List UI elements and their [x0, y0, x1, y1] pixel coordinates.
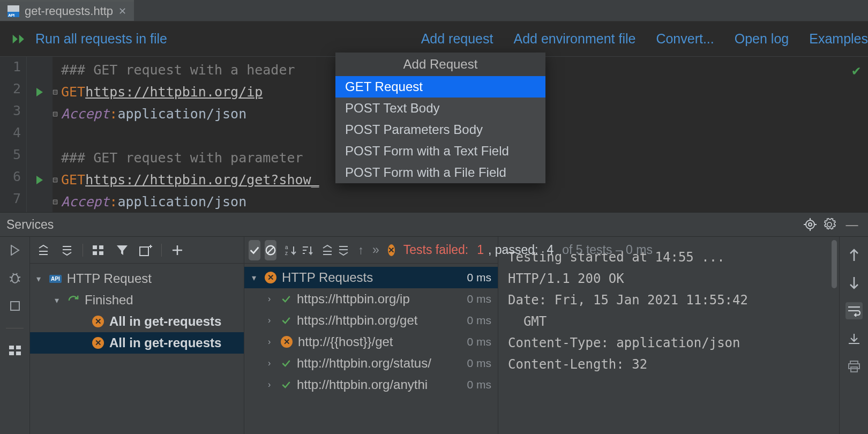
svg-rect-16 [9, 351, 14, 355]
request-row[interactable]: ›https://httpbin.org/ip0 ms [244, 288, 498, 310]
inspection-ok-icon[interactable]: ✔ [852, 62, 860, 78]
expand-icon[interactable] [321, 240, 333, 260]
request-row[interactable]: ›http://httpbin.org/status/0 ms [244, 353, 498, 374]
arrow-up-icon[interactable] [845, 246, 863, 264]
services-body: ▾ API HTTP Request ▾ Finished ✕All in ge… [0, 237, 868, 434]
chevron-right-icon: › [268, 358, 275, 368]
run-all-link[interactable]: Run all requests in file [35, 31, 167, 47]
chevron-down-icon: ▾ [252, 273, 259, 283]
line-number-gutter: 1234567 [0, 57, 27, 212]
soft-wrap-icon[interactable] [845, 302, 863, 319]
add-request-popup: Add Request GET RequestPOST Text BodyPOS… [335, 53, 545, 183]
output-panel: Testing started at 14:55 ... HTTP/1.1 20… [498, 237, 868, 434]
popup-item[interactable]: POST Parameters Body [335, 119, 545, 140]
summary-prefix: » [372, 243, 379, 257]
request-row[interactable]: ›✕http://{{host}}/get0 ms [244, 331, 498, 353]
services-tree[interactable]: ▾ API HTTP Request ▾ Finished ✕All in ge… [30, 264, 244, 434]
requests-tree[interactable]: ▾ ✕ HTTP Requests 0 ms ›https://httpbin.… [244, 264, 498, 434]
run-gutter [27, 57, 53, 212]
scrollbar[interactable] [829, 237, 839, 434]
stop-icon[interactable] [7, 298, 23, 314]
run-line-icon[interactable] [35, 87, 44, 97]
layout-icon[interactable] [7, 342, 23, 358]
popup-item[interactable]: POST Form with a Text Field [335, 140, 545, 162]
add-request-link[interactable]: Add request [421, 31, 493, 47]
svg-rect-22 [93, 245, 97, 249]
tests-total-label: of 5 tests – 0 ms [562, 243, 653, 257]
debug-icon[interactable] [7, 270, 23, 286]
popup-item[interactable]: POST Form with a File Field [335, 162, 545, 183]
chevron-down-icon: ▾ [55, 295, 62, 305]
svg-line-7 [10, 277, 12, 278]
collapse-icon[interactable] [338, 240, 349, 260]
gear-icon[interactable] [823, 218, 842, 231]
group-icon[interactable] [91, 242, 107, 258]
tree-label: HTTP Request [67, 271, 152, 286]
expand-all-icon[interactable] [35, 242, 51, 258]
editor-tabbar: get-requests.http ✕ [0, 0, 868, 21]
request-row[interactable]: ›http://httpbin.org/anythi0 ms [244, 374, 498, 395]
sort-alpha-icon[interactable]: az [285, 240, 297, 260]
popup-item[interactable]: GET Request [335, 76, 545, 98]
tree-leaf[interactable]: ✕All in get-requests [30, 332, 244, 354]
tree-leaf[interactable]: ✕All in get-requests [30, 311, 244, 332]
tree-node-finished[interactable]: ▾ Finished [30, 289, 244, 311]
tests-passed-count: 4 [547, 243, 553, 257]
console-output[interactable]: Testing started at 14:55 ... HTTP/1.1 20… [498, 237, 829, 434]
show-passed-icon[interactable] [249, 240, 260, 260]
examples-link[interactable]: Examples [809, 31, 868, 47]
warn-icon: ✕ [281, 336, 293, 348]
warn-icon: ✕ [92, 316, 104, 327]
popup-title: Add Request [335, 53, 545, 76]
http-file-icon [8, 5, 19, 17]
svg-point-1 [809, 223, 812, 226]
collapse-all-icon[interactable] [59, 242, 75, 258]
svg-text:z: z [285, 250, 288, 256]
services-left-rail [0, 237, 30, 434]
scroll-to-end-icon[interactable] [845, 330, 863, 347]
tree-root-http-request[interactable]: ▾ API HTTP Request [30, 268, 244, 289]
requests-root-label: HTTP Requests [282, 270, 373, 285]
new-session-icon[interactable] [138, 242, 154, 258]
arrow-down-icon[interactable] [845, 274, 863, 291]
output-right-rail [839, 237, 868, 434]
add-env-file-link[interactable]: Add environment file [513, 31, 635, 47]
open-log-link[interactable]: Open log [735, 31, 789, 47]
services-toolwindow-header: Services — [0, 212, 868, 237]
refresh-icon [68, 294, 79, 306]
target-icon[interactable] [804, 218, 823, 231]
run-line-icon[interactable] [35, 175, 44, 185]
chevron-right-icon: › [268, 316, 275, 325]
chevron-right-icon: › [268, 380, 275, 390]
prev-icon[interactable]: ↑ [358, 240, 364, 260]
tree-toolbar [30, 237, 244, 264]
add-icon[interactable] [169, 242, 185, 258]
run-all-icon[interactable] [11, 33, 29, 45]
scrollbar-thumb[interactable] [832, 240, 837, 288]
sort-duration-icon[interactable] [301, 240, 313, 260]
check-icon [281, 315, 291, 326]
tests-passed-label: , passed: [488, 243, 538, 257]
show-ignored-icon[interactable] [265, 240, 276, 260]
http-actions-bar: Run all requests in file Add request Add… [0, 21, 868, 57]
svg-rect-14 [9, 346, 14, 349]
file-tab-label: get-requests.http [25, 4, 113, 18]
api-icon: API [49, 275, 62, 283]
check-icon [281, 358, 291, 369]
test-toolbar: az ↑ » ✕ Tests failed: 1 , passed: [244, 237, 498, 264]
request-row[interactable]: ›https://httpbin.org/get0 ms [244, 310, 498, 331]
run-icon[interactable] [7, 242, 23, 258]
minimize-icon[interactable]: — [842, 218, 862, 232]
warn-icon: ✕ [265, 272, 276, 283]
svg-rect-17 [16, 351, 21, 355]
tests-failed-label: Tests failed: [403, 243, 468, 257]
popup-item[interactable]: POST Text Body [335, 98, 545, 119]
chevron-right-icon: › [268, 337, 275, 347]
requests-root[interactable]: ▾ ✕ HTTP Requests 0 ms [244, 267, 498, 288]
filter-icon[interactable] [114, 242, 130, 258]
svg-rect-46 [851, 367, 857, 372]
file-tab[interactable]: get-requests.http ✕ [0, 0, 134, 21]
print-icon[interactable] [845, 358, 863, 375]
close-icon[interactable]: ✕ [118, 5, 126, 17]
convert-link[interactable]: Convert... [656, 31, 714, 47]
